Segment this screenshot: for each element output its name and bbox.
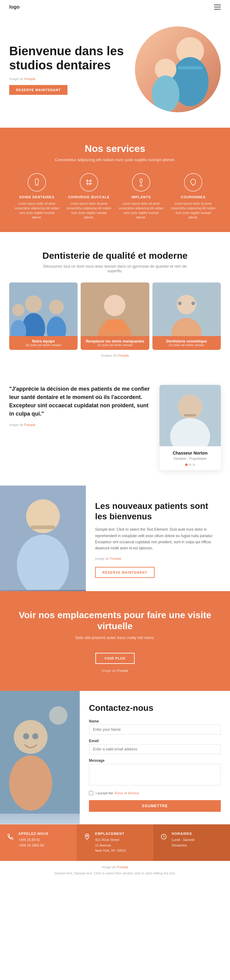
virtual-image-credit: Image de Freepik <box>9 669 221 673</box>
svg-point-14 <box>104 295 125 316</box>
location-line-1: 421 Rock Street <box>95 837 126 843</box>
quality-label-3: Dentisterie cosmétique Un enim ad minim … <box>152 336 221 350</box>
service-card-3: IMPLANTS Lorem ipsum dolor sit amet cons… <box>118 173 164 220</box>
quality-credit-link[interactable]: Freepik <box>118 353 129 357</box>
checkbox-row: I accept the Terms of Service <box>89 791 221 795</box>
name-label: Name <box>89 719 221 724</box>
quality-label-2: Remplacer les dents manquantes Un enim a… <box>81 336 149 350</box>
quality-image-credit: Images de Freepik <box>9 353 221 357</box>
service-icon-3 <box>132 173 150 191</box>
footer-bottom: Image de Freepik Sample text. Sample tex… <box>0 861 230 881</box>
quality-subtitle: Découvrez tout ce dont vous avez besoin … <box>41 264 189 273</box>
email-label: Email <box>89 739 221 743</box>
service-card-4: COURONNES Lorem ipsum dolor sit amet con… <box>170 173 216 220</box>
service-desc-3: Lorem ipsum dolor sit amet consectetur a… <box>118 201 164 220</box>
dot-1[interactable] <box>185 463 188 466</box>
hero-cta-button[interactable]: RESERVE MAINTENANT <box>9 85 67 95</box>
testimonial-image-credit: Image de Freepik <box>9 423 150 426</box>
footer-image-credit: Image de Freepik <box>9 865 221 869</box>
svg-rect-16 <box>105 319 125 331</box>
service-desc-2: Lorem ipsum dolor sit amet consectetur a… <box>66 201 112 220</box>
virtual-cta-button[interactable]: VOIR PLUS <box>95 653 135 664</box>
message-input[interactable] <box>89 764 221 786</box>
name-group: Name <box>89 719 221 735</box>
phone-line-1: +346 25,90 61 <box>18 837 48 843</box>
quality-image-1: Notre équipe Un enim ad minim veniam <box>9 282 78 350</box>
quality-image-2: Remplacer les dents manquantes Un enim a… <box>81 282 149 350</box>
hero-image-credit: Image de Freepik <box>9 77 135 81</box>
svg-point-32 <box>9 755 52 811</box>
logo: logo <box>9 4 20 10</box>
navbar: logo <box>0 0 230 14</box>
doctor-name: Chasseur Norton <box>164 450 217 455</box>
dot-3[interactable] <box>193 463 195 466</box>
contact-form-wrap: Contactez-nous Name Email Message I acce… <box>80 691 230 824</box>
footer-card-phone: APPELEZ-NOUS +346 25,90 61 +356 25 1665 … <box>0 824 77 861</box>
services-subtitle: Consectetur adipiscing elit nullam nunc … <box>51 158 179 162</box>
quality-label-1: Notre équipe Un enim ad minim veniam <box>9 336 78 350</box>
svg-point-33 <box>49 706 67 725</box>
svg-point-31 <box>14 720 48 754</box>
svg-point-11 <box>12 304 25 316</box>
new-patients-desc: Sample text. Click to select the Text El… <box>95 527 221 552</box>
svg-point-7 <box>25 296 42 313</box>
email-group: Email <box>89 739 221 754</box>
terms-checkbox[interactable] <box>89 791 93 795</box>
svg-rect-4 <box>178 66 202 69</box>
name-input[interactable] <box>89 725 221 735</box>
new-patients-credit-link[interactable]: Freepik <box>110 557 121 560</box>
hero-image <box>135 26 221 112</box>
testimonial-credit-link[interactable]: Freepik <box>24 423 36 426</box>
testimonial-quote: "J'apprécie la décision de mes patients … <box>9 385 150 418</box>
new-patients-content: Les nouveaux patients sont les bienvenus… <box>86 485 230 591</box>
virtual-credit-link[interactable]: Freepik <box>117 669 128 673</box>
footer-credit-link[interactable]: Freepik <box>117 865 128 869</box>
hero-image-credit-link[interactable]: Freepik <box>24 77 36 81</box>
hours-line-1: Lundi - Samedi <box>172 837 194 843</box>
hamburger-menu[interactable] <box>214 5 221 10</box>
hours-line-2: Dimanche <box>172 843 194 848</box>
svg-rect-29 <box>31 525 55 529</box>
svg-point-3 <box>152 75 179 112</box>
service-title-2: CHIRURGIE BUCCALE <box>66 195 112 199</box>
testimonial-text: "J'apprécie la décision de mes patients … <box>9 385 150 426</box>
clock-icon <box>159 832 169 842</box>
service-icon-1 <box>28 173 46 191</box>
service-title-1: SOINS DENTAIRES <box>14 195 60 199</box>
footer-card-hours: HORAIRES Lundi - Samedi Dimanche <box>153 824 230 861</box>
services-title: Nos services <box>9 143 221 154</box>
location-icon <box>82 832 92 842</box>
service-icon-2 <box>80 173 98 191</box>
service-card-2: CHIRURGIE BUCCALE Lorem ipsum dolor sit … <box>66 173 112 220</box>
submit-button[interactable]: SOUMETTRE <box>89 800 221 812</box>
new-patients-cta-button[interactable]: RESERVE MAINTENANT <box>95 567 155 578</box>
footer-hours-text: HORAIRES Lundi - Samedi Dimanche <box>172 832 194 848</box>
terms-link[interactable]: Terms of Service <box>114 791 139 795</box>
quality-images: Notre équipe Un enim ad minim veniam Rem… <box>9 282 221 350</box>
svg-point-35 <box>32 733 38 739</box>
dot-2[interactable] <box>189 463 191 466</box>
email-input[interactable] <box>89 744 221 754</box>
svg-point-9 <box>49 299 64 314</box>
contact-form: Name Email Message I accept the Terms of… <box>89 719 221 812</box>
new-patients-image-credit: Image de Freepik <box>95 556 221 562</box>
service-card-1: SOINS DENTAIRES Lorem ipsum dolor sit am… <box>14 173 60 220</box>
hero-title: Bienvenue dans les studios dentaires <box>9 44 135 72</box>
terms-label: I accept the Terms of Service <box>96 791 139 795</box>
svg-point-20 <box>178 301 182 305</box>
virtual-title: Voir nos emplacements pour faire une vis… <box>9 609 221 632</box>
contact-title: Contactez-nous <box>89 703 221 713</box>
service-title-3: IMPLANTS <box>118 195 164 199</box>
testimonial-section: "J'apprécie la décision de mes patients … <box>0 369 230 485</box>
footer-location-text: EMPLACEMENT 421 Rock Street 21 Avenue Ne… <box>95 832 126 854</box>
services-section: Nos services Consectetur adipiscing elit… <box>0 128 230 232</box>
quality-section: Dentisterie de qualité et moderne Découv… <box>0 232 230 369</box>
hero-section: Bienvenue dans les studios dentaires Ima… <box>0 14 230 128</box>
footer-phone-text: APPELEZ-NOUS +346 25,90 61 +356 25 1665 … <box>18 832 48 848</box>
message-label: Message <box>89 759 221 763</box>
virtual-section: Voir nos emplacements pour faire une vis… <box>0 591 230 691</box>
message-group: Message <box>89 759 221 787</box>
svg-point-21 <box>191 301 195 305</box>
svg-rect-25 <box>184 414 196 417</box>
footer-info: APPELEZ-NOUS +346 25,90 61 +356 25 1665 … <box>0 824 230 861</box>
